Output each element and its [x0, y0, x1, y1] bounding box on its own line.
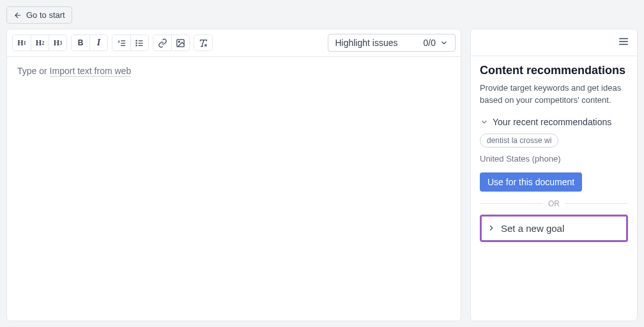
heading1-button[interactable]: H1	[13, 35, 31, 50]
italic-button[interactable]: I	[89, 35, 107, 50]
editor-panel: H1 H2 H3 B I	[6, 29, 461, 321]
side-panel: Content recommendations Provide target k…	[470, 29, 638, 321]
locale-device-label: United States (phone)	[480, 154, 628, 164]
heading2-button[interactable]: H2	[31, 35, 49, 50]
ordered-list-icon	[117, 38, 126, 48]
use-for-document-button[interactable]: Use for this document	[480, 172, 582, 192]
svg-point-8	[136, 45, 137, 45]
image-icon	[176, 38, 185, 48]
or-divider: OR	[480, 199, 628, 208]
chevron-right-icon	[487, 224, 496, 232]
toolbar: H1 H2 H3 B I	[7, 29, 461, 57]
svg-point-6	[136, 40, 137, 41]
chevron-down-icon	[440, 38, 448, 47]
import-text-link[interactable]: Import text from web	[50, 66, 132, 77]
set-new-goal-button[interactable]: Set a new goal	[480, 215, 628, 242]
clear-formatting-button[interactable]	[194, 35, 212, 50]
editor-placeholder-prefix: Type or	[17, 66, 50, 76]
side-menu-button[interactable]	[617, 34, 631, 50]
editor-body[interactable]: Type or Import text from web	[7, 57, 461, 321]
keyword-chip[interactable]: dentist la crosse wi	[480, 133, 558, 148]
set-new-goal-label: Set a new goal	[501, 223, 564, 234]
recent-recommendations-toggle[interactable]: Your recent recommendations	[480, 117, 628, 127]
unordered-list-button[interactable]	[130, 35, 148, 50]
recommendations-title: Content recommendations	[480, 64, 628, 77]
go-to-start-button[interactable]: Go to start	[6, 6, 72, 24]
unordered-list-icon	[135, 38, 144, 48]
arrow-left-icon	[13, 11, 22, 20]
ordered-list-button[interactable]	[112, 35, 130, 50]
image-button[interactable]	[171, 35, 189, 50]
recent-recommendations-label: Your recent recommendations	[493, 117, 611, 127]
menu-icon	[618, 36, 629, 47]
clear-formatting-icon	[199, 38, 208, 48]
svg-point-10	[178, 41, 180, 42]
heading3-button[interactable]: H3	[49, 35, 66, 50]
link-button[interactable]	[153, 35, 171, 50]
chevron-down-icon	[480, 118, 489, 126]
recommendations-desc: Provide target keywords and get ideas ba…	[480, 82, 628, 107]
highlight-issues-count: 0/0	[424, 38, 436, 48]
link-icon	[158, 38, 167, 48]
svg-point-7	[136, 42, 137, 43]
go-to-start-label: Go to start	[26, 10, 65, 20]
bold-button[interactable]: B	[72, 35, 89, 50]
highlight-issues-label: Highlight issues	[335, 38, 397, 48]
highlight-issues-dropdown[interactable]: Highlight issues 0/0	[328, 34, 456, 52]
